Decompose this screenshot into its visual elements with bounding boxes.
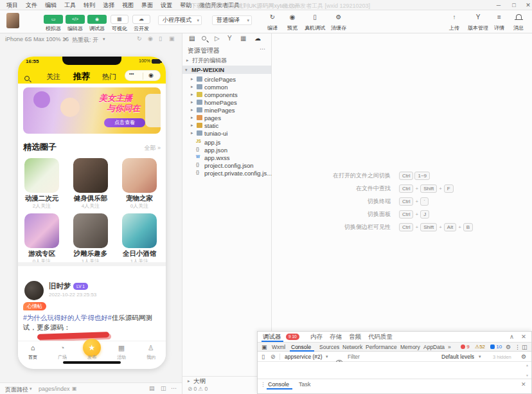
tree-folder[interactable]: ▸circlePages — [182, 75, 271, 83]
tree-folder[interactable]: ▸minePages — [182, 106, 271, 114]
more-tabs-icon[interactable]: » — [448, 344, 451, 350]
activity-icon[interactable]: ▦ — [107, 344, 136, 352]
rotate-icon[interactable]: ↻ — [137, 35, 142, 42]
close-debugger-icon[interactable]: ✕ — [521, 333, 526, 340]
user-avatar[interactable] — [6, 13, 19, 28]
editor-toggle-button[interactable]: </> — [66, 15, 85, 24]
screenshot-icon[interactable]: ▤ — [149, 385, 155, 391]
circle-name[interactable]: 健身俱乐部 — [68, 194, 113, 203]
menu-goto[interactable]: 转到 — [80, 0, 99, 10]
menu-select[interactable]: 选择 — [99, 0, 118, 10]
menu-interface[interactable]: 界面 — [137, 0, 157, 10]
device-selector[interactable]: iPhone 6S Max 100% 16 — [5, 36, 69, 42]
profile-icon[interactable]: ♙ — [136, 344, 166, 352]
console-settings-icon[interactable]: ⚙ — [521, 354, 526, 360]
minimize-button[interactable]: ─ — [492, 0, 505, 10]
banner-cta-button[interactable]: 点击查看 — [104, 118, 145, 127]
context-selector[interactable]: appservice (#2) — [285, 354, 323, 360]
preview-icon[interactable]: ◉ — [284, 13, 301, 21]
close-button[interactable]: ✕ — [522, 0, 532, 10]
clear-cache-icon[interactable]: ⚙ — [329, 13, 348, 21]
tree-file[interactable]: Wapp.wxss — [182, 154, 271, 161]
nav-tab-recommend-active[interactable]: 推荐 — [73, 71, 90, 82]
hot-reload-toggle[interactable]: 热重载: 开 — [72, 36, 98, 44]
tree-file[interactable]: {}app.json — [182, 146, 271, 154]
cloud-icon[interactable]: ☁ — [254, 35, 261, 42]
details-icon[interactable]: ≡ — [491, 13, 508, 21]
tree-folder[interactable]: ▸tuniao-ui — [182, 129, 271, 137]
extensions-icon[interactable]: ▦ — [240, 35, 246, 42]
detach-window-icon[interactable]: ▣ — [169, 35, 175, 42]
files-icon[interactable]: ▤ — [189, 35, 195, 42]
tab-memory[interactable]: 内存 — [310, 333, 323, 341]
split-view-icon[interactable]: ◫ — [161, 385, 166, 391]
dock-icon[interactable]: ◫ — [522, 344, 528, 350]
circle-name[interactable]: 沙雕乐趣多 — [68, 249, 113, 258]
maximize-button[interactable]: □ — [508, 0, 520, 10]
console-output[interactable]: ▲ ▼ — [258, 362, 531, 379]
copy-path-icon[interactable]: ▣ — [72, 386, 77, 391]
tree-file[interactable]: {}project.private.config.js… — [182, 169, 271, 177]
menu-view[interactable]: 视图 — [118, 0, 137, 10]
tab-storage[interactable]: 存储 — [330, 333, 342, 341]
clear-console-icon[interactable]: ⊘ — [270, 354, 276, 360]
simulator-toggle-button[interactable]: ▭ — [44, 15, 63, 24]
devtools-menu-icon[interactable]: ⋮ — [515, 344, 520, 350]
visual-tool-button[interactable]: ▦ — [111, 15, 129, 24]
menu-edit[interactable]: 编辑 — [41, 0, 60, 10]
compass-icon[interactable]: ◔ — [48, 344, 77, 352]
circle-card-image[interactable] — [122, 213, 157, 248]
devtools-tab-console-active[interactable]: Console — [291, 344, 311, 350]
tab-publish-label[interactable]: 发布 — [77, 354, 107, 361]
menu-project[interactable]: 项目 — [3, 0, 22, 10]
debugger-toggle-button[interactable]: ◉ — [87, 15, 107, 24]
circle-card-image[interactable] — [24, 158, 59, 193]
console-sidebar-icon[interactable]: ▯ — [262, 354, 265, 360]
upload-icon[interactable]: ↑ — [446, 13, 463, 21]
log-levels-dropdown[interactable]: Default levels — [441, 354, 474, 360]
devtools-tab-network[interactable]: Network — [342, 344, 362, 350]
devtools-tab-sources[interactable]: Sources — [319, 344, 339, 350]
device-frame-icon[interactable]: ▯ — [159, 35, 162, 42]
drawer-tab-console-active[interactable]: Console — [268, 381, 289, 388]
devtools-tab-memory[interactable]: Memory — [400, 344, 420, 350]
devtools-settings-icon[interactable]: ⚙ — [506, 344, 511, 350]
capsule-target-icon[interactable]: ◉ — [148, 72, 154, 78]
post-author-name[interactable]: 旧时梦 — [49, 282, 71, 291]
search-icon[interactable] — [202, 35, 206, 42]
devtools-tab-wxml[interactable]: Wxml — [272, 344, 285, 350]
cloud-dev-button[interactable]: ☁ — [132, 15, 150, 24]
devtools-tab-appdata[interactable]: AppData — [423, 344, 445, 350]
drawer-tab-task[interactable]: Task — [299, 381, 311, 388]
circle-card-image[interactable] — [73, 213, 108, 248]
page-path-label[interactable]: 页面路径 — [5, 386, 28, 394]
menu-file[interactable]: 文件 — [22, 0, 41, 10]
source-control-icon[interactable]: Y — [227, 35, 232, 42]
more-icon[interactable]: ⋯ — [171, 385, 177, 391]
tree-folder[interactable]: ▸common — [182, 83, 271, 91]
post-tag-badge[interactable]: 心情帖 — [23, 302, 46, 310]
real-device-debug-icon[interactable]: ▯ — [303, 13, 326, 21]
problems-status[interactable]: ⊘ 0 ⚠ 0 — [188, 386, 208, 392]
console-filter-input[interactable] — [348, 353, 431, 361]
error-count-badge[interactable]: 9 — [461, 344, 470, 350]
home-icon[interactable]: ⌂ — [18, 344, 48, 352]
tree-folder[interactable]: ▸static — [182, 121, 271, 129]
circle-card-image[interactable] — [24, 213, 59, 248]
collapse-icon[interactable]: ∧ — [510, 333, 514, 340]
run-icon[interactable]: ▷ — [215, 35, 220, 42]
tree-file[interactable]: {}project.config.json — [182, 161, 271, 169]
circle-name[interactable]: 宠物之家 — [117, 194, 162, 203]
post-topic-link[interactable]: #为什么玩得好的人学得也好# — [23, 314, 112, 321]
tree-folder[interactable]: ▸pages — [182, 114, 271, 121]
circle-card-image[interactable] — [73, 158, 108, 193]
mode-dropdown[interactable]: 小程序模式 ▾ — [158, 15, 202, 25]
tree-folder[interactable]: ▸components — [182, 91, 271, 98]
more-dots-icon[interactable]: ••• — [129, 71, 134, 76]
tab-activity-label[interactable]: 活动 — [107, 354, 136, 361]
search-icon[interactable] — [24, 72, 30, 84]
post-content[interactable]: #为什么玩得好的人学得也好#佳乐源码网测试，更多源码： — [23, 313, 161, 332]
tab-profile-label[interactable]: 我的 — [136, 354, 166, 361]
chevron-right-icon[interactable]: ▸ — [186, 58, 189, 63]
info-count-badge[interactable]: 10 — [490, 344, 502, 350]
